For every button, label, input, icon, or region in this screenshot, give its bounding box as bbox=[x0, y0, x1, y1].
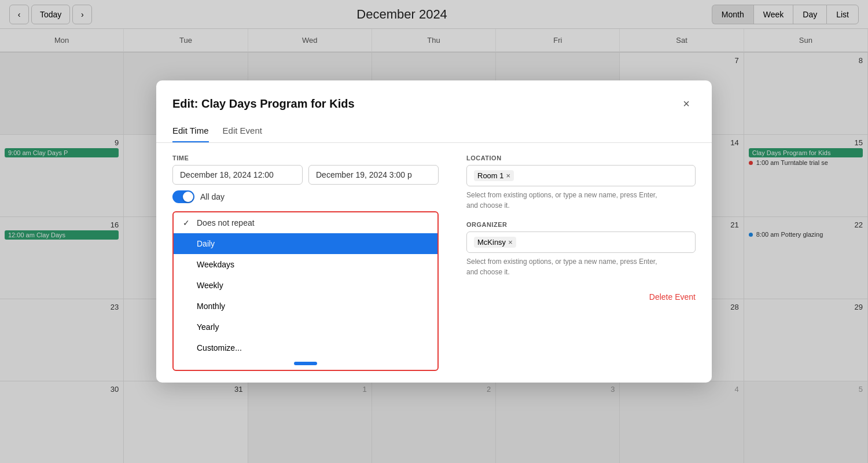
modal-body: TIME All day ✓ bbox=[156, 143, 712, 383]
repeat-option-weekly[interactable]: Weekly bbox=[174, 275, 437, 296]
location-tag-text: Room 1 bbox=[477, 171, 504, 180]
organizer-tag: McKinsy × bbox=[474, 237, 516, 248]
repeat-option-label: Does not repeat bbox=[197, 218, 255, 227]
delete-event-button[interactable]: Delete Event bbox=[649, 292, 696, 302]
organizer-hint: Select from existing options, or type a … bbox=[466, 256, 696, 277]
repeat-option-customize[interactable]: Customize... bbox=[174, 337, 437, 358]
allday-row: All day bbox=[172, 190, 439, 203]
modal-left-section: TIME All day ✓ bbox=[172, 155, 453, 371]
location-label: LOCATION bbox=[466, 155, 696, 161]
toggle-knob bbox=[183, 192, 193, 202]
allday-toggle[interactable] bbox=[172, 190, 194, 203]
organizer-label: ORGANIZER bbox=[466, 221, 696, 228]
time-row bbox=[172, 165, 439, 185]
repeat-option-label: Yearly bbox=[197, 322, 219, 332]
checkmark-icon: ✓ bbox=[183, 218, 192, 227]
repeat-option-does-not-repeat[interactable]: ✓ Does not repeat bbox=[174, 212, 437, 233]
repeat-option-yearly[interactable]: Yearly bbox=[174, 317, 437, 337]
edit-event-modal: Edit: Clay Days Program for Kids × Edit … bbox=[156, 80, 712, 383]
repeat-dropdown[interactable]: ✓ Does not repeat Daily Weekdays bbox=[172, 211, 439, 371]
repeat-option-daily[interactable]: Daily bbox=[174, 233, 437, 254]
close-button[interactable]: × bbox=[677, 94, 696, 113]
repeat-option-label: Weekdays bbox=[197, 260, 234, 269]
allday-label: All day bbox=[200, 192, 225, 201]
modal-overlay: Edit: Clay Days Program for Kids × Edit … bbox=[0, 0, 868, 463]
repeat-option-label: Monthly bbox=[197, 302, 225, 311]
modal-tabs: Edit Time Edit Event bbox=[156, 120, 712, 143]
tab-edit-event[interactable]: Edit Event bbox=[223, 120, 262, 142]
location-tag: Room 1 × bbox=[474, 170, 514, 181]
scrollbar-hint bbox=[294, 362, 317, 365]
location-tag-close[interactable]: × bbox=[506, 171, 511, 180]
modal-title: Edit: Clay Days Program for Kids bbox=[172, 97, 355, 111]
start-time-input[interactable] bbox=[172, 165, 303, 185]
repeat-option-label: Daily bbox=[197, 239, 215, 248]
repeat-option-weekdays[interactable]: Weekdays bbox=[174, 254, 437, 275]
location-hint: Select from existing options, or type a … bbox=[466, 190, 696, 211]
repeat-option-label: Weekly bbox=[197, 281, 223, 290]
organizer-input[interactable]: McKinsy × bbox=[466, 232, 696, 253]
location-input[interactable]: Room 1 × bbox=[466, 165, 696, 186]
time-label: TIME bbox=[172, 155, 439, 161]
organizer-tag-close[interactable]: × bbox=[508, 238, 513, 247]
tab-edit-time[interactable]: Edit Time bbox=[172, 120, 209, 142]
end-time-input[interactable] bbox=[308, 165, 439, 185]
organizer-tag-text: McKinsy bbox=[477, 238, 506, 247]
calendar-background: ‹ Today › December 2024 Month Week Day L… bbox=[0, 0, 868, 463]
repeat-option-label: Customize... bbox=[197, 343, 242, 352]
modal-header: Edit: Clay Days Program for Kids × bbox=[156, 80, 712, 113]
repeat-option-monthly[interactable]: Monthly bbox=[174, 296, 437, 317]
modal-right-section: LOCATION Room 1 × Select from existing o… bbox=[453, 155, 696, 371]
